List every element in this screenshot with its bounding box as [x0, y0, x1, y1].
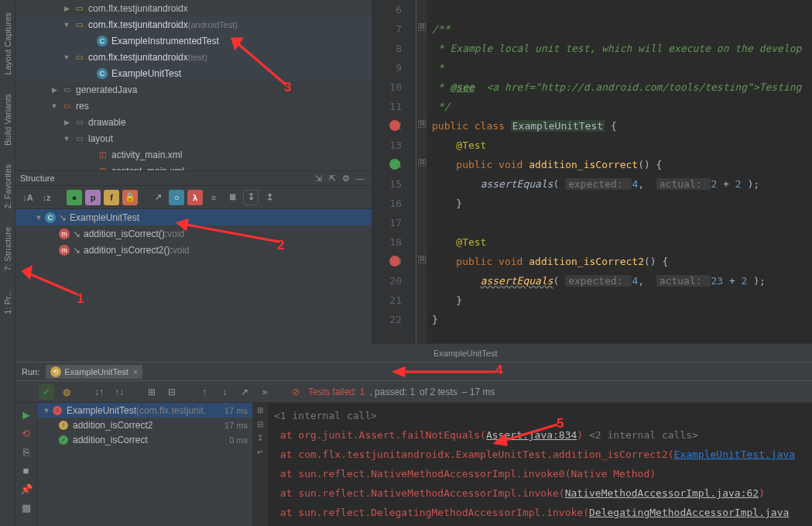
- filter-class-icon[interactable]: ○: [169, 190, 184, 205]
- run-actions: ▶ ⟲ ⎘ ■ 📌 ▦: [15, 403, 37, 526]
- structure-header: Structure ⇲ ⇱ ⚙ —: [15, 170, 372, 186]
- show-ignored-icon[interactable]: ◍: [59, 384, 74, 400]
- sort-icon[interactable]: ↓↑: [91, 384, 107, 400]
- tree-row[interactable]: CExampleInstrumentedTest: [15, 33, 372, 49]
- stop-icon[interactable]: ■: [19, 463, 33, 477]
- console-output[interactable]: <1 internal call> at org.junit.Assert.fa…: [268, 403, 812, 526]
- structure-row[interactable]: m↘addition_isCorrect(): void: [15, 225, 372, 242]
- show-inherited-icon[interactable]: ↗: [150, 190, 166, 205]
- filter-methods-icon[interactable]: f: [104, 190, 119, 205]
- tree-row[interactable]: ◫activity_main.xml: [15, 146, 372, 163]
- test-result-row[interactable]: ✓addition_isCorrect0 ms: [37, 432, 252, 447]
- up-icon[interactable]: ↑: [197, 384, 212, 400]
- test-result-row[interactable]: ▼!ExampleUnitTest (com.flx.testjunit.17 …: [37, 403, 252, 418]
- code-area[interactable]: /** * Example local unit test, which wil…: [427, 0, 812, 343]
- fold-column: ⊟⊟⊟⊟: [416, 0, 427, 343]
- structure-title: Structure: [20, 174, 311, 183]
- tab-build-variants[interactable]: Build Variants: [2, 91, 14, 149]
- pin-icon[interactable]: 📌: [19, 482, 33, 496]
- run-toolbar: ✓ ◍ ↓↑ ↑↓ ⊞ ⊟ ↑ ↓ ↗ » ⊘ Tests failed: 1 …: [15, 381, 812, 403]
- filter-anon-icon[interactable]: λ: [187, 190, 203, 205]
- test-result-row[interactable]: !addition_isCorrect217 ms: [37, 418, 252, 432]
- filter-public-icon[interactable]: ●: [67, 190, 82, 205]
- tree-row[interactable]: ▼▭com.flx.testjunitandroidx (androidTest…: [15, 16, 372, 33]
- minus-icon[interactable]: ⊟: [255, 420, 266, 431]
- run-tab-bar: Run: ⟲ ExampleUnitTest ×: [15, 362, 812, 381]
- console-gutter: ⊞ ⊟ ↧ ↵: [252, 403, 268, 526]
- rerun-icon[interactable]: ▶: [19, 407, 33, 421]
- layout-icon[interactable]: ▦: [19, 500, 33, 514]
- sort-type-icon[interactable]: ↓z: [39, 190, 54, 205]
- structure-row[interactable]: ▼C↘ExampleUnitTest: [15, 209, 372, 225]
- filter-private-icon[interactable]: 🔒: [122, 190, 138, 205]
- tab-project[interactable]: 1: Pr...: [2, 287, 14, 318]
- tree-row[interactable]: ▼▭layout: [15, 130, 372, 146]
- show-passed-icon[interactable]: ✓: [39, 384, 54, 400]
- autoscroll-from-icon[interactable]: ↥: [262, 190, 277, 205]
- test-results-tree[interactable]: ▼!ExampleUnitTest (com.flx.testjunit.17 …: [37, 403, 252, 526]
- clear-icon[interactable]: ↧: [255, 434, 266, 445]
- structure-tree[interactable]: ▼C↘ExampleUnitTestm↘addition_isCorrect()…: [15, 209, 372, 363]
- tree-row[interactable]: ▼▭com.flx.testjunitandroidx (test): [15, 49, 372, 65]
- structure-expand-icon[interactable]: ⇲: [311, 171, 325, 185]
- tab-favorites[interactable]: 2: Favorites: [2, 161, 14, 211]
- close-icon[interactable]: ×: [133, 367, 138, 376]
- tests-failed-label: Tests failed: 1: [308, 387, 365, 397]
- tree-row[interactable]: CExampleUnitTest: [15, 65, 372, 81]
- plus-icon[interactable]: ⊞: [255, 406, 266, 417]
- export-icon[interactable]: ↗: [237, 384, 252, 400]
- toggle-auto-icon[interactable]: ⎘: [19, 445, 33, 459]
- test-icon: ⟲: [50, 366, 61, 377]
- tree-row[interactable]: ◫content_main.xml: [15, 163, 372, 170]
- run-tab[interactable]: ⟲ ExampleUnitTest ×: [46, 365, 142, 379]
- structure-row[interactable]: m↘addition_isCorrect2(): void: [15, 242, 372, 258]
- sort2-icon[interactable]: ↑↓: [111, 384, 127, 400]
- tree-row[interactable]: ▶▭com.flx.testjunitandroidx: [15, 0, 372, 16]
- collapse-all-icon[interactable]: ≣: [224, 190, 240, 205]
- tab-layout-captures[interactable]: Layout Captures: [2, 9, 14, 78]
- structure-collapse-icon[interactable]: ⇱: [325, 171, 339, 185]
- breadcrumb[interactable]: ExampleUnitTest: [372, 343, 812, 362]
- structure-toolbar: ↓A ↓z ● p f 🔒 ↗ ○ λ ≡ ≣ ↧ ↥: [15, 186, 372, 209]
- autoscroll-to-icon[interactable]: ↧: [243, 190, 259, 205]
- expand-all-icon[interactable]: ≡: [206, 190, 221, 205]
- more-icon[interactable]: »: [257, 384, 272, 400]
- filter-fields-icon[interactable]: p: [85, 190, 101, 205]
- tree-row[interactable]: ▶▭generatedJava: [15, 81, 372, 98]
- rerun-failed-icon[interactable]: ⟲: [19, 426, 33, 440]
- tool-window-bar: Layout Captures Build Variants 2: Favori…: [0, 0, 15, 526]
- expand-icon[interactable]: ⊞: [144, 384, 159, 400]
- project-tree[interactable]: ▶▭com.flx.testjunitandroidx▼▭com.flx.tes…: [15, 0, 372, 170]
- error-icon: ⊘: [288, 384, 303, 400]
- tab-structure[interactable]: 7: Structure: [2, 224, 14, 274]
- down-icon[interactable]: ↓: [217, 384, 232, 400]
- run-label: Run:: [22, 367, 39, 376]
- tree-row[interactable]: ▼▭res: [15, 98, 372, 114]
- tree-row[interactable]: ▶▭drawable: [15, 114, 372, 130]
- collapse-icon[interactable]: ⊟: [164, 384, 180, 400]
- code-editor[interactable]: 678910111213141516171819202122 ⊟⊟⊟⊟ /** …: [372, 0, 812, 343]
- line-gutter: 678910111213141516171819202122: [372, 0, 416, 343]
- sort-az-icon[interactable]: ↓A: [20, 190, 36, 205]
- wrap-icon[interactable]: ↵: [255, 448, 266, 459]
- minimize-icon[interactable]: —: [353, 171, 367, 185]
- gear-icon[interactable]: ⚙: [339, 171, 353, 185]
